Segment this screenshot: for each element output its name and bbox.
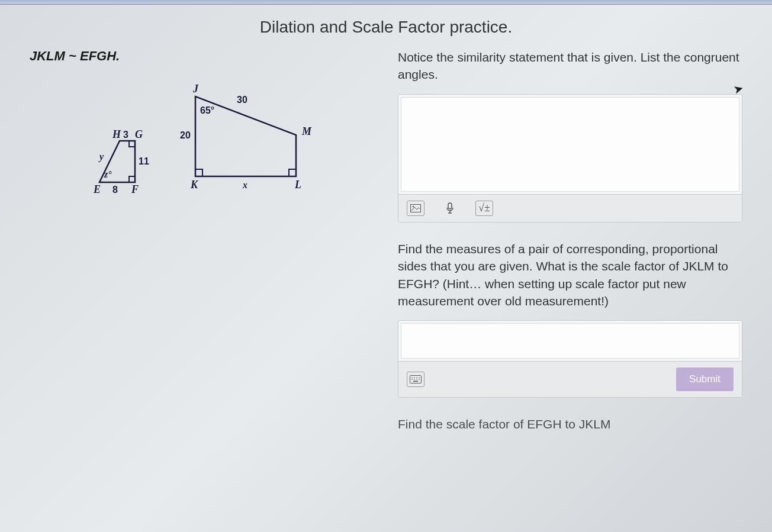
svg-point-7 [413,206,414,207]
q1-prompt: Notice the similarity statement that is … [398,49,742,83]
math-editor-icon[interactable]: √± [475,201,493,216]
label-HG: 3 [123,130,128,140]
main-container: JKLM ~ EFGH. H 3 G 11 y z° E 8 F [0,49,772,444]
left-panel: JKLM ~ EFGH. H 3 G 11 y z° E 8 F [30,49,386,444]
svg-point-19 [419,379,420,381]
label-x: x [242,180,247,190]
svg-point-12 [411,378,413,379]
svg-rect-2 [129,141,135,147]
page-title: Dilation and Scale Factor practice. [0,0,772,49]
label-E: E [93,183,101,195]
q1-answer-input[interactable] [401,97,739,192]
label-M: M [301,125,312,137]
label-F: F [131,183,139,195]
right-panel: Notice the similarity statement that is … [386,49,742,444]
q2-answer-box: Submit [398,320,742,398]
geometry-diagrams: H 3 G 11 y z° E 8 F 65° J 3 [30,88,374,194]
label-z: z° [104,169,112,179]
svg-rect-5 [289,169,296,176]
q3-prompt: Find the scale factor of EFGH to JKLM [398,415,742,433]
svg-point-18 [416,379,417,381]
label-JK: 20 [180,130,191,140]
svg-point-16 [411,379,413,381]
submit-button[interactable]: Submit [676,367,734,391]
microphone-icon[interactable] [441,201,459,216]
q2-answer-input[interactable] [401,323,739,359]
label-K: K [190,179,199,191]
label-EF: 8 [112,185,118,195]
svg-point-14 [416,378,417,379]
keyboard-icon[interactable] [407,372,424,387]
svg-point-17 [414,379,415,381]
diagram-efgh: H 3 G 11 y z° E 8 F [89,123,154,194]
label-H: H [112,128,121,140]
svg-rect-20 [413,381,418,382]
label-JM: 30 [237,95,247,105]
label-GF: 11 [139,156,149,166]
label-angleJ: 65° [200,105,214,115]
svg-point-13 [414,378,415,379]
label-L: L [294,179,301,191]
q2-prompt: Find the measures of a pair of correspon… [398,240,742,310]
label-G: G [135,128,143,140]
window-top-strip [0,0,772,5]
svg-rect-1 [129,176,135,182]
svg-point-15 [419,378,420,379]
svg-rect-4 [195,169,202,176]
q2-toolbar: Submit [398,361,742,397]
similarity-statement: JKLM ~ EFGH. [30,49,374,64]
image-icon[interactable] [407,201,424,216]
label-J: J [192,83,199,95]
diagram-jklm: 65° J 30 M 20 K x L [178,88,320,194]
svg-rect-8 [448,203,452,209]
label-y: y [98,151,104,162]
q1-answer-box: √± [398,94,742,223]
q1-toolbar: √± [398,194,742,222]
